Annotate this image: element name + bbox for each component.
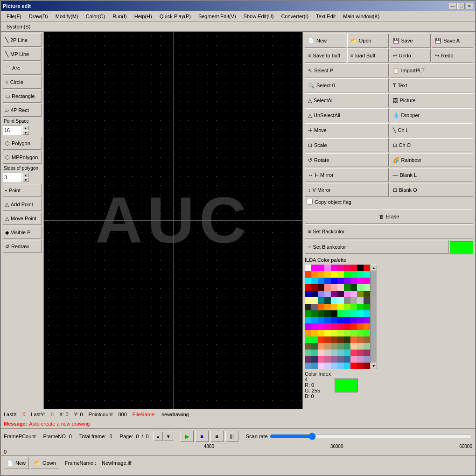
- palette-cell[interactable]: [337, 304, 344, 310]
- palette-cell[interactable]: [337, 330, 344, 336]
- palette-cell[interactable]: [344, 343, 350, 350]
- menu-textedit[interactable]: Text Edit: [312, 13, 339, 20]
- palette-cell[interactable]: [357, 350, 364, 356]
- btn-erase[interactable]: 🗑 Erase: [305, 210, 473, 224]
- palette-cell[interactable]: [331, 343, 337, 350]
- palette-cell[interactable]: [311, 350, 318, 356]
- palette-cell[interactable]: [324, 291, 331, 297]
- tool-mppolygon[interactable]: ⬡ MPPolygon: [3, 151, 42, 164]
- palette-cell[interactable]: [311, 356, 318, 363]
- palette-cell[interactable]: [344, 291, 350, 297]
- btn-scale[interactable]: ⊡ Scale: [305, 138, 389, 152]
- canvas-area[interactable]: AUC: [44, 32, 302, 409]
- btn-chl[interactable]: ╲ Ch L: [390, 123, 474, 137]
- palette-cell[interactable]: [337, 297, 344, 304]
- palette-cell[interactable]: [324, 336, 331, 343]
- palette-cell[interactable]: [318, 310, 324, 317]
- tool-mpline[interactable]: ╲ MP Line: [3, 48, 42, 61]
- btn-vmirror[interactable]: ↕ V Mirror: [305, 183, 389, 197]
- point-space-up[interactable]: ▲: [22, 126, 29, 130]
- palette-cell[interactable]: [364, 297, 370, 304]
- palette-cell[interactable]: [357, 336, 364, 343]
- palette-cell[interactable]: [324, 323, 331, 330]
- palette-cell[interactable]: [364, 265, 370, 271]
- btn-save-a[interactable]: 💾 Save A: [432, 34, 473, 48]
- palette-cell[interactable]: [331, 336, 337, 343]
- palette-cell[interactable]: [357, 284, 364, 291]
- palette-cell[interactable]: [305, 363, 311, 369]
- palette-cell[interactable]: [337, 310, 344, 317]
- palette-cell[interactable]: [350, 284, 357, 291]
- btn-new[interactable]: 📄 New: [305, 34, 346, 48]
- palette-cell[interactable]: [357, 271, 364, 278]
- minimize-button[interactable]: —: [449, 3, 456, 9]
- palette-cell[interactable]: [305, 310, 311, 317]
- btn-picture[interactable]: 🖼 Picture: [390, 93, 474, 107]
- palette-cell[interactable]: [337, 278, 344, 284]
- tool-point[interactable]: • Point: [3, 184, 42, 197]
- palette-cell[interactable]: [311, 265, 318, 271]
- palette-cell[interactable]: [364, 310, 370, 317]
- palette-cell[interactable]: [350, 323, 357, 330]
- stop-button[interactable]: ■: [196, 431, 209, 442]
- palette-cell[interactable]: [331, 284, 337, 291]
- palette-grid[interactable]: [305, 265, 370, 369]
- palette-cell[interactable]: [357, 291, 364, 297]
- palette-cell[interactable]: [331, 271, 337, 278]
- btn-rainbow[interactable]: 🌈 Rainbow: [390, 153, 474, 167]
- palette-cell[interactable]: [305, 336, 311, 343]
- btn-bottom-new[interactable]: 📄 New: [4, 457, 29, 469]
- btn-move[interactable]: ✛ Move: [305, 123, 389, 137]
- palette-cell[interactable]: [324, 310, 331, 317]
- palette-cell[interactable]: [357, 356, 364, 363]
- palette-cell[interactable]: [364, 304, 370, 310]
- page-prev[interactable]: ▲: [154, 432, 163, 441]
- palette-cell[interactable]: [357, 363, 364, 369]
- palette-cell[interactable]: [311, 317, 318, 323]
- palette-cell[interactable]: [364, 291, 370, 297]
- sides-down[interactable]: ▼: [22, 177, 29, 182]
- palette-cell[interactable]: [337, 336, 344, 343]
- palette-cell[interactable]: [311, 310, 318, 317]
- palette-cell[interactable]: [344, 297, 350, 304]
- tool-4prect[interactable]: ▱ 4P Rect: [3, 104, 42, 117]
- palette-cell[interactable]: [305, 330, 311, 336]
- point-space-input[interactable]: [3, 126, 21, 135]
- btn-import-plt[interactable]: 📋 ImportPLT: [390, 63, 474, 77]
- palette-cell[interactable]: [318, 291, 324, 297]
- palette-cell[interactable]: [324, 317, 331, 323]
- palette-cell[interactable]: [324, 278, 331, 284]
- menu-show[interactable]: Show Edit(U): [240, 13, 278, 20]
- palette-cell[interactable]: [311, 297, 318, 304]
- palette-cell[interactable]: [337, 356, 344, 363]
- btn-blankl[interactable]: — Blank L: [390, 168, 474, 182]
- bars-button[interactable]: |||: [225, 431, 238, 442]
- menu-help[interactable]: Help(H): [131, 13, 156, 20]
- palette-cell[interactable]: [344, 323, 350, 330]
- tool-movepoint[interactable]: △ Move Point: [3, 212, 42, 225]
- palette-cell[interactable]: [350, 317, 357, 323]
- palette-cell[interactable]: [337, 323, 344, 330]
- palette-cell[interactable]: [350, 363, 357, 369]
- palette-cell[interactable]: [318, 297, 324, 304]
- palette-cell[interactable]: [324, 356, 331, 363]
- palette-cell[interactable]: [337, 271, 344, 278]
- palette-cell[interactable]: [344, 265, 350, 271]
- palette-cell[interactable]: [344, 317, 350, 323]
- palette-cell[interactable]: [318, 363, 324, 369]
- play-button[interactable]: ▶: [181, 431, 194, 442]
- palette-cell[interactable]: [318, 343, 324, 350]
- palette-cell[interactable]: [364, 330, 370, 336]
- palette-cell[interactable]: [357, 317, 364, 323]
- palette-cell[interactable]: [311, 291, 318, 297]
- palette-cell[interactable]: [331, 317, 337, 323]
- palette-cell[interactable]: [344, 278, 350, 284]
- btn-set-blankcolor[interactable]: ≡ Set Blankcolor: [305, 240, 449, 254]
- palette-cell[interactable]: [357, 343, 364, 350]
- palette-cell[interactable]: [311, 323, 318, 330]
- palette-cell[interactable]: [331, 310, 337, 317]
- palette-cell[interactable]: [311, 343, 318, 350]
- sides-up[interactable]: ▲: [22, 173, 29, 177]
- palette-cell[interactable]: [350, 278, 357, 284]
- palette-cell[interactable]: [364, 356, 370, 363]
